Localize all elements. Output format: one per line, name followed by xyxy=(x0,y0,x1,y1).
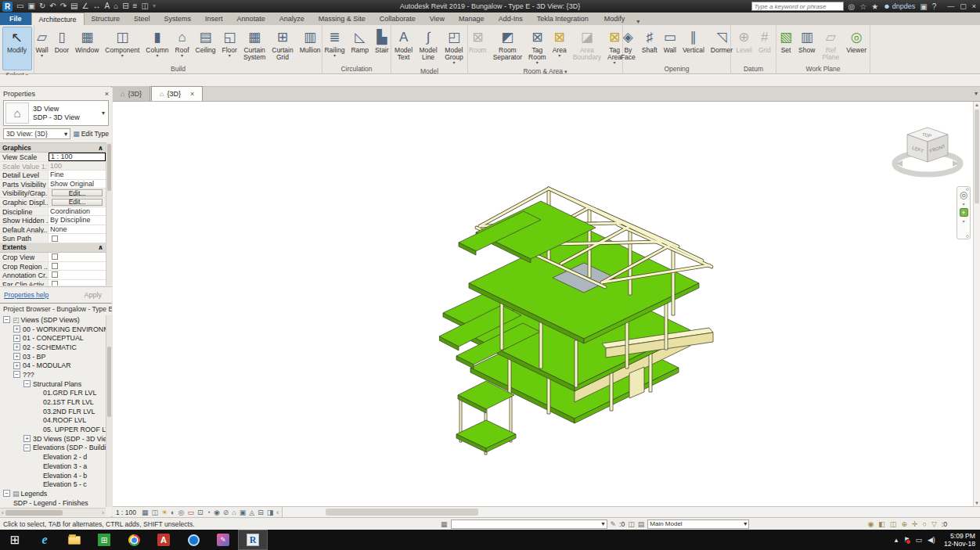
building-3d-model[interactable] xyxy=(439,168,721,458)
tree-item[interactable]: 02.1ST FLR LVL xyxy=(0,397,106,407)
taskbar-paint[interactable]: ✎ xyxy=(208,530,238,550)
print-icon[interactable]: ▤ xyxy=(70,1,77,12)
property-row[interactable]: Crop Region ... xyxy=(0,262,106,271)
tab-analyze[interactable]: Analyze xyxy=(272,13,312,25)
taskbar-file-explorer[interactable] xyxy=(59,530,89,550)
tab-architecture[interactable]: Architecture xyxy=(31,13,85,25)
viewer-button[interactable]: ◎Viewer xyxy=(844,27,869,56)
canvas-vscrollbar[interactable]: ▲ ▼ xyxy=(973,102,980,506)
type-selector[interactable]: ⌂ 3D View SDP - 3D View ▾ xyxy=(3,100,109,126)
view-tab-list-icon[interactable]: ▾ xyxy=(975,90,978,97)
taskbar-store[interactable]: ⊞ xyxy=(89,530,119,550)
navigation-bar[interactable]: ◎ ▾ + ▾ xyxy=(957,186,971,239)
redo-icon[interactable]: ↷ xyxy=(60,1,67,12)
tab-modify[interactable]: Modify xyxy=(597,13,632,25)
modify-button[interactable]: ↖ Modify xyxy=(2,27,32,70)
save-icon[interactable]: ▣ xyxy=(27,1,34,12)
press-drag-icon[interactable]: ◧ xyxy=(878,520,885,528)
tree-item[interactable]: −??? xyxy=(0,370,106,379)
roof-button[interactable]: ⌂Roof▾ xyxy=(173,27,192,59)
tree-item[interactable]: −◰Views (SDP Views) xyxy=(0,315,106,325)
tree-item[interactable]: +02 - SCHEMATIC xyxy=(0,343,106,352)
stair-button[interactable]: ▙Stair xyxy=(373,27,391,56)
tree-item[interactable]: 03.2ND FLR LVL xyxy=(0,407,106,416)
property-row[interactable]: Default Analy...None xyxy=(0,225,106,235)
restore-button[interactable]: ▢ xyxy=(960,2,967,10)
unlocked-view-icon[interactable]: ⊘ xyxy=(223,508,229,517)
annotation-crop-checkbox[interactable] xyxy=(52,271,58,278)
property-row[interactable]: Sun Path xyxy=(0,234,106,243)
reveal-hidden-icon[interactable]: ◉ xyxy=(214,508,220,517)
collapse-bar-icon[interactable]: ‹ xyxy=(276,508,279,517)
wall-opening-button[interactable]: ▭Wall xyxy=(661,27,679,56)
scroll-down-icon[interactable]: ▼ xyxy=(975,501,979,505)
property-row[interactable]: Crop View xyxy=(0,253,106,262)
measure-icon[interactable]: ∠ xyxy=(82,1,89,12)
sign-in-button[interactable]: ☻dnpdes xyxy=(883,2,915,10)
customize-qat-icon[interactable]: ▾ xyxy=(153,1,156,12)
revit-logo-icon[interactable]: R xyxy=(2,2,13,12)
taskbar-autocad[interactable]: A xyxy=(149,530,178,550)
visibility-edit-button[interactable]: Edit... xyxy=(52,189,103,196)
select-links-icon[interactable]: ◫ xyxy=(890,520,897,528)
steering-wheel-icon[interactable]: ◎ xyxy=(960,190,967,200)
column-button[interactable]: ▮Column▾ xyxy=(143,27,171,59)
view-tab-3d-inactive[interactable]: ⌂{3D} xyxy=(113,86,150,101)
tree-item[interactable]: +04 - MODULAR xyxy=(0,361,106,370)
minimize-button[interactable]: — xyxy=(947,2,954,10)
show-button[interactable]: ▥Show xyxy=(796,27,817,56)
tree-item[interactable]: +03 - BP xyxy=(0,352,106,361)
tab-insert[interactable]: Insert xyxy=(198,13,230,25)
visual-style-icon[interactable]: ◫ xyxy=(152,508,159,517)
property-row[interactable]: DisciplineCoordination xyxy=(0,207,106,217)
thin-lines-icon[interactable]: ≡ xyxy=(133,1,138,12)
subscription-icon[interactable]: ☆ xyxy=(859,2,867,11)
search-icon[interactable]: ◎ xyxy=(848,2,856,11)
open-icon[interactable]: ▭ xyxy=(16,1,23,12)
sun-path-icon[interactable]: ☀ xyxy=(161,508,168,517)
curtain-system-button[interactable]: ▦Curtain System xyxy=(241,27,268,63)
property-row[interactable]: View Scale1 : 100 xyxy=(0,153,106,162)
worksharing-display-icon[interactable]: ◨ xyxy=(267,508,274,517)
tab-steel[interactable]: Steel xyxy=(127,13,157,25)
taskbar-ie[interactable]: e xyxy=(30,530,59,550)
tab-manage[interactable]: Manage xyxy=(452,13,492,25)
crop-region-icon[interactable]: ⊡ xyxy=(197,508,204,517)
sync-icon[interactable]: ↻ xyxy=(39,1,45,12)
property-row[interactable]: Annotation Cr... xyxy=(0,271,106,280)
design-option-combo[interactable]: Main Model▾ xyxy=(647,519,749,529)
ramp-button[interactable]: ◺Ramp xyxy=(348,27,371,56)
viewcube[interactable]: TOP LEFT FRONT xyxy=(890,121,965,184)
action-center-flag-icon[interactable]: ⚑ xyxy=(903,536,910,544)
tree-item[interactable]: SDP - Legend - Finishes xyxy=(0,498,106,507)
close-button[interactable]: × xyxy=(972,2,976,10)
crop-view-icon[interactable]: ▭ xyxy=(187,508,194,517)
select-pinned-icon[interactable]: ✛ xyxy=(912,520,918,528)
taskbar-chrome[interactable] xyxy=(119,530,149,550)
wall-button[interactable]: ▱Wall▾ xyxy=(33,27,50,59)
tree-item[interactable]: 04.ROOF LVL xyxy=(0,416,106,426)
window-button[interactable]: ▦Window xyxy=(73,27,101,56)
tab-structure[interactable]: Structure xyxy=(85,13,128,25)
property-row[interactable]: Visibility/Grap...Edit... xyxy=(0,189,106,198)
property-row[interactable]: Show Hidden ...By Discipline xyxy=(0,216,106,225)
tree-item[interactable]: 01.GRD FLR LVL xyxy=(0,389,106,398)
help-icon[interactable]: ? xyxy=(932,2,937,11)
tab-tekla-integration[interactable]: Tekla Integration xyxy=(530,13,596,25)
type-selector-dropdown-icon[interactable]: ▾ xyxy=(102,110,108,117)
mullion-button[interactable]: ▥Mullion xyxy=(297,27,323,56)
favorites-icon[interactable]: ★ xyxy=(871,2,878,11)
railing-button[interactable]: ≣Railing▾ xyxy=(322,27,347,59)
tab-view[interactable]: View xyxy=(423,13,452,25)
switch-windows-icon[interactable]: ◫ xyxy=(141,1,148,12)
curtain-grid-button[interactable]: ⊞Curtain Grid xyxy=(269,27,295,63)
crop-view-checkbox[interactable] xyxy=(52,253,58,260)
detail-level-icon[interactable]: ▦ xyxy=(142,508,149,517)
tree-item[interactable]: 05. UPPER ROOF LVL xyxy=(0,425,106,434)
set-button[interactable]: ▧Set xyxy=(777,27,794,56)
editable-only-icon[interactable]: ✎ xyxy=(611,520,617,528)
tree-item[interactable]: Elevation 4 - b xyxy=(0,471,106,480)
tree-item[interactable]: Elevation 3 - a xyxy=(0,462,106,471)
tab-systems[interactable]: Systems xyxy=(157,13,199,25)
aligned-dimension-icon[interactable]: ↔ xyxy=(93,1,101,12)
